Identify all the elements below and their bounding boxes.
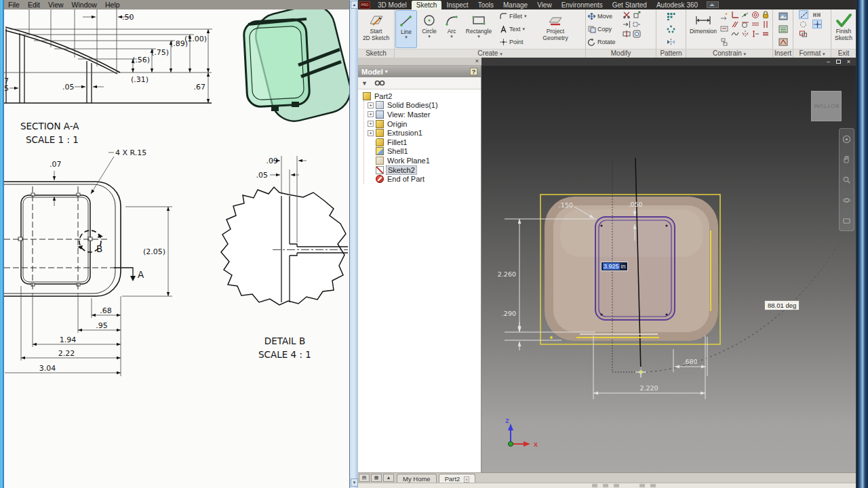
show-constraints-icon[interactable] [719,24,729,33]
vertical-constraint-icon[interactable] [761,20,770,28]
tab-environments[interactable]: Environments [557,1,608,9]
rectangle-button[interactable]: Rectangle ▾ [462,10,496,48]
tab-part2[interactable]: Part2 × [439,474,475,483]
expand-icon[interactable]: + [368,121,374,127]
coincident-constraint-icon[interactable] [741,10,750,19]
navigation-bar[interactable] [839,128,854,231]
tab-close-icon[interactable]: × [464,476,469,483]
tab-inspect[interactable]: Inspect [441,1,473,9]
screenshot-icon[interactable] [707,1,719,8]
tab-get-started[interactable]: Get Started [608,1,652,9]
insert-image-icon[interactable] [778,12,788,21]
center-point-icon[interactable] [812,20,822,28]
text-button[interactable]: Text▾ [498,24,536,34]
rectangle-dropdown-icon[interactable]: ▾ [477,35,480,38]
line-dropdown-icon[interactable]: ▾ [405,36,408,39]
tab-sketch[interactable]: Sketch [412,1,442,9]
fillet-button[interactable]: Fillet▾ [498,12,536,21]
construction-line-icon[interactable] [799,10,808,19]
tab-list-icon[interactable]: ▲ [383,474,394,482]
sketch-only-icon[interactable] [799,29,808,38]
vertical-scrollbar[interactable]: ▲ ▼ [349,0,358,488]
copy-button[interactable]: Copy [587,24,622,34]
scale-icon[interactable] [632,10,642,19]
browser-help-icon[interactable]: ? [470,68,477,75]
finish-sketch-button[interactable]: Finish Sketch [835,10,852,48]
tab-3d-model[interactable]: 3D Model [373,1,412,9]
tree-item-shell1[interactable]: Shell1 [358,147,481,157]
import-points-icon[interactable] [778,24,788,33]
rotate-button[interactable]: Rotate [587,37,622,47]
browser-close-icon[interactable]: × [475,58,479,65]
tangent-constraint-icon[interactable] [741,20,750,28]
pan-icon[interactable] [842,155,851,164]
menu-edit[interactable]: Edit [24,1,44,9]
circular-pattern-icon[interactable] [667,24,676,33]
app-icon[interactable]: PRO [359,1,370,9]
cascade-windows-icon[interactable]: ▤ [359,474,370,482]
arc-dropdown-icon[interactable]: ▾ [450,35,453,38]
lock-constraint-icon[interactable] [761,10,770,19]
tree-item-sketch2[interactable]: Sketch2 [358,165,481,175]
menu-window[interactable]: Window [68,1,101,9]
driven-dimension-icon[interactable] [812,10,822,19]
tab-tools[interactable]: Tools [473,1,498,9]
horizontal-constraint-icon[interactable] [751,20,760,28]
symmetric-constraint-icon[interactable] [741,29,750,38]
navigation-wheel-icon[interactable] [842,135,851,144]
tab-my-home[interactable]: My Home [397,474,437,483]
menu-file[interactable]: File [4,1,24,9]
doc-close-icon[interactable]: × [844,58,853,65]
tile-windows-icon[interactable]: ▦ [371,474,382,482]
viewcube[interactable]: BOTTOM [811,91,842,121]
tree-item-end-of-part[interactable]: End of Part [358,174,481,184]
point-button[interactable]: Point [498,37,536,47]
doc-restore-icon[interactable] [836,60,841,64]
scroll-down-button[interactable]: ▼ [351,479,358,487]
look-at-icon[interactable] [842,216,851,225]
orbit-icon[interactable] [842,196,851,205]
auto-dimension-icon[interactable] [719,12,729,21]
circle-button[interactable]: Circle ▾ [417,10,441,48]
line-button[interactable]: Line ▾ [395,10,417,48]
expand-icon[interactable]: + [368,130,374,136]
extend-icon[interactable] [622,20,631,28]
zoom-icon[interactable] [842,176,851,184]
trim-icon[interactable] [622,10,631,19]
menu-view[interactable]: View [44,1,68,9]
doc-minimize-icon[interactable]: – [824,58,833,65]
constraint-settings-icon[interactable] [719,37,729,46]
acad-import-icon[interactable] [778,37,788,46]
browser-header[interactable]: Model ▾ ? [358,66,481,77]
mirror-icon[interactable] [667,37,676,46]
dimension-edit-field[interactable]: 3.925 in [601,262,628,271]
tab-autodesk-360[interactable]: Autodesk 360 [652,1,703,9]
panel-caption-create[interactable]: Create ▾ [395,49,585,58]
tab-manage[interactable]: Manage [498,1,532,9]
tree-item-origin[interactable]: + Origin [358,119,481,129]
expand-icon[interactable]: + [368,102,374,108]
split-icon[interactable] [622,29,631,38]
tree-item-view-master[interactable]: + View: Master [358,110,481,119]
tree-item-work-plane1[interactable]: Work Plane1 [358,156,481,165]
stretch-icon[interactable] [632,20,642,28]
perpendicular-constraint-icon[interactable] [730,10,740,19]
menu-help[interactable]: Help [101,1,124,9]
equal-constraint-icon[interactable] [761,29,770,38]
concentric-constraint-icon[interactable] [751,10,760,19]
filter-icon[interactable]: ▼ [361,80,368,87]
project-geometry-button[interactable]: Project Geometry [536,10,574,48]
arc-button[interactable]: Arc ▾ [441,10,462,48]
tree-item-fillet1[interactable]: Fillet1 [358,138,481,147]
offset-icon[interactable] [632,29,642,38]
circle-dropdown-icon[interactable]: ▾ [428,35,431,38]
tab-view[interactable]: View [532,1,557,9]
tree-item-solid-bodies[interactable]: + Solid Bodies(1) [358,101,481,110]
tree-item-extrusion1[interactable]: + Extrusion1 [358,128,481,138]
smooth-constraint-icon[interactable] [730,29,740,38]
centerline-icon[interactable] [799,20,808,28]
graphics-viewport[interactable]: .150 .050 2.260 .290 .680 2.220 [481,66,856,472]
move-button[interactable]: Move [587,12,622,21]
panel-caption-format[interactable]: Format ▾ [793,49,831,58]
start-2d-sketch-button[interactable]: Start 2D Sketch [363,10,389,48]
